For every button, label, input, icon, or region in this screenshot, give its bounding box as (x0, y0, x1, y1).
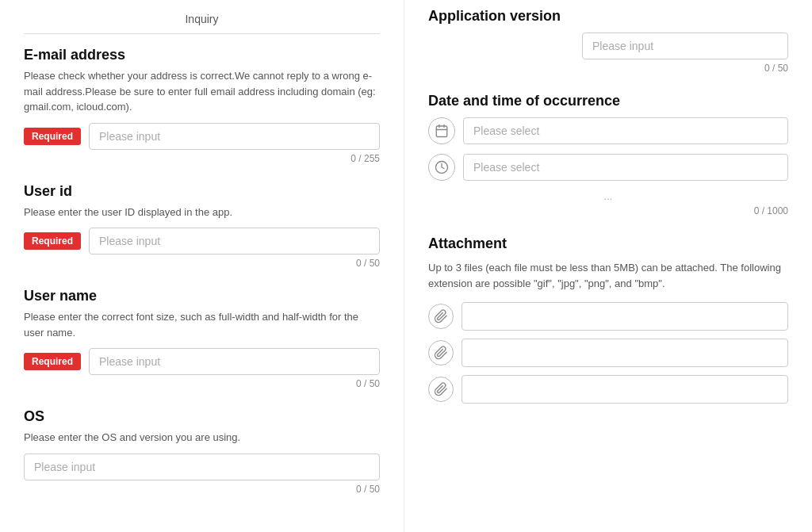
calendar-icon (428, 117, 455, 144)
right-panel: Application version 0 / 50 Date and time… (404, 0, 812, 532)
userid-required-badge: Required (24, 232, 81, 250)
os-char-count: 0 / 50 (24, 484, 380, 495)
attach-row-1 (428, 302, 788, 331)
email-char-count: 0 / 255 (24, 153, 380, 164)
userid-desc: Please enter the user ID displayed in th… (24, 205, 380, 220)
app-version-input[interactable] (582, 33, 788, 59)
time-select-input[interactable] (463, 154, 788, 181)
truncated-section: ... (428, 190, 788, 202)
app-version-input-row (428, 33, 788, 59)
top-bar: Inquiry (24, 8, 380, 34)
date-row (428, 117, 788, 144)
os-section: OS Please enter the OS and version you a… (24, 408, 380, 495)
email-required-badge: Required (24, 128, 81, 145)
attachment-section: Attachment Up to 3 files (each file must… (428, 235, 788, 404)
attach-input-1[interactable] (462, 302, 788, 331)
os-desc: Please enter the OS and version you are … (24, 430, 380, 446)
attach-row-3 (428, 375, 788, 404)
left-panel: Inquiry E-mail address Please check whet… (0, 0, 404, 532)
userid-field-row: Required (24, 228, 380, 255)
username-section: User name Please enter the correct font … (24, 288, 380, 389)
attach-icon-2 (428, 340, 454, 366)
app-version-title: Application version (428, 8, 788, 25)
username-title: User name (24, 288, 380, 304)
attach-icon-3 (428, 377, 454, 402)
truncated-text: ... (604, 190, 613, 202)
os-input[interactable] (24, 454, 380, 480)
email-title: E-mail address (24, 47, 380, 63)
email-section: E-mail address Please check whether your… (24, 47, 380, 164)
os-title: OS (24, 408, 380, 425)
username-input[interactable] (89, 348, 380, 375)
username-char-count: 0 / 50 (24, 378, 380, 389)
date-select-input[interactable] (463, 117, 788, 144)
attachment-desc: Up to 3 files (each file must be less th… (428, 260, 788, 291)
svg-rect-0 (436, 126, 447, 137)
email-input[interactable] (89, 123, 380, 150)
datetime-section: Date and time of occurrence (428, 93, 788, 216)
attach-icon-1 (428, 304, 454, 329)
attach-row-2 (428, 339, 788, 367)
username-field-row: Required (24, 348, 380, 375)
os-field-row (24, 454, 380, 480)
app-version-char-count: 0 / 50 (428, 63, 788, 74)
attachment-title: Attachment (428, 235, 788, 252)
attach-input-3[interactable] (462, 375, 788, 404)
time-row (428, 154, 788, 181)
userid-section: User id Please enter the user ID display… (24, 183, 380, 270)
top-bar-label: Inquiry (185, 13, 218, 25)
username-desc: Please enter the correct font size, such… (24, 309, 380, 340)
userid-char-count: 0 / 50 (24, 258, 380, 269)
userid-title: User id (24, 183, 380, 200)
attach-input-2[interactable] (462, 339, 788, 367)
username-required-badge: Required (24, 353, 81, 370)
datetime-char-count: 0 / 1000 (428, 205, 788, 216)
email-desc: Please check whether your address is cor… (24, 68, 380, 115)
userid-input[interactable] (89, 228, 380, 255)
datetime-title: Date and time of occurrence (428, 93, 788, 109)
clock-icon (428, 154, 455, 181)
app-version-section: Application version 0 / 50 (428, 8, 788, 74)
email-field-row: Required (24, 123, 380, 150)
